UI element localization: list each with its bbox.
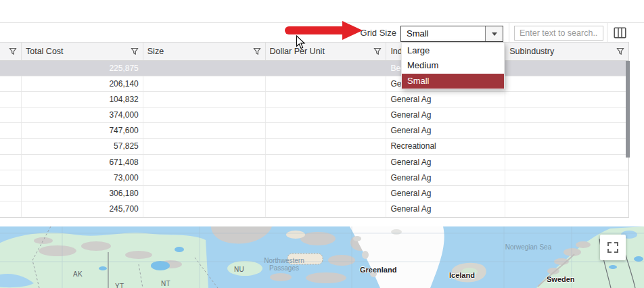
- cell-subindustry: [505, 201, 628, 217]
- cell-subindustry: [505, 92, 628, 107]
- column-header-total-cost[interactable]: Total Cost: [22, 43, 143, 60]
- grid-body: 225,875 Beef 206,140 General Ag: [0, 61, 628, 218]
- vertical-scrollbar[interactable]: [626, 61, 630, 158]
- cell-dollar-per-unit: [266, 201, 387, 217]
- cell-size: [143, 92, 266, 107]
- cell-total-cost: 245,700: [22, 201, 143, 217]
- map-panel[interactable]: AK YT NT NU Northwestern Passages Greenl…: [0, 226, 644, 288]
- cell-total-cost: 225,875: [22, 61, 143, 76]
- map-image: [0, 226, 644, 288]
- table-row[interactable]: 671,408 General Ag: [0, 155, 628, 170]
- cell-dollar-per-unit: [266, 155, 387, 170]
- grid-header-row: Total Cost Size Dollar Per Unit Industry: [0, 42, 628, 61]
- table-row[interactable]: 306,180 General Ag: [0, 186, 628, 201]
- cell-blank: [0, 201, 22, 217]
- fullscreen-icon: [607, 242, 618, 253]
- grid-size-value[interactable]: Small: [401, 26, 485, 41]
- table-row[interactable]: 73,000 General Ag: [0, 170, 628, 186]
- cell-blank: [0, 76, 22, 91]
- cell-subindustry: [505, 107, 628, 122]
- cell-blank: [0, 61, 22, 76]
- cell-industry: General Ag: [386, 123, 505, 138]
- cell-total-cost: 206,140: [22, 76, 143, 91]
- combobox-dropdown-button[interactable]: [485, 26, 503, 41]
- dropdown-option[interactable]: Large: [402, 43, 504, 58]
- cell-size: [143, 139, 266, 153]
- dropdown-option[interactable]: Medium: [402, 58, 504, 73]
- cell-total-cost: 104,832: [22, 92, 143, 107]
- cell-blank: [0, 170, 22, 185]
- column-title: Subindustry: [509, 47, 614, 56]
- table-row[interactable]: 374,000 General Ag: [0, 107, 628, 123]
- column-header-dollar-per-unit[interactable]: Dollar Per Unit: [266, 43, 387, 60]
- column-chooser-button[interactable]: [613, 26, 627, 39]
- cell-dollar-per-unit: [266, 186, 387, 201]
- cell-total-cost: 671,408: [22, 155, 143, 170]
- column-header-blank[interactable]: [0, 43, 22, 60]
- grid-size-label: Grid Size: [361, 28, 396, 38]
- cell-blank: [0, 107, 22, 122]
- cell-blank: [0, 155, 22, 170]
- cell-subindustry: [505, 123, 628, 138]
- cell-size: [143, 170, 266, 185]
- map-fullscreen-button[interactable]: [600, 235, 626, 260]
- cell-dollar-per-unit: [266, 139, 387, 153]
- cell-dollar-per-unit: [266, 76, 387, 91]
- cell-size: [143, 186, 266, 201]
- cell-subindustry: [505, 76, 628, 91]
- filter-icon[interactable]: [373, 47, 382, 55]
- cell-subindustry: [505, 61, 628, 76]
- table-row[interactable]: 245,700 General Ag: [0, 201, 628, 217]
- cell-industry: General Ag: [386, 186, 505, 201]
- cell-size: [143, 76, 266, 91]
- cell-subindustry: [505, 155, 628, 170]
- chevron-down-icon: [492, 32, 497, 36]
- column-title: Total Cost: [26, 47, 128, 56]
- cell-size: [143, 61, 266, 76]
- grid-size-dropdown-list: Large Medium Small: [401, 43, 505, 89]
- cell-subindustry: [505, 170, 628, 185]
- column-title: Size: [147, 47, 250, 56]
- filter-icon[interactable]: [253, 47, 261, 55]
- cell-subindustry: [505, 186, 628, 201]
- cell-size: [143, 155, 266, 170]
- cell-total-cost: 306,180: [22, 186, 143, 201]
- column-chooser-icon: [614, 27, 626, 39]
- cell-subindustry: [505, 139, 628, 153]
- table-row[interactable]: 225,875 Beef: [0, 61, 628, 76]
- filter-icon[interactable]: [616, 47, 624, 55]
- table-row[interactable]: 57,825 Recreational: [0, 139, 628, 154]
- cell-blank: [0, 123, 22, 138]
- cell-dollar-per-unit: [266, 61, 387, 76]
- cell-total-cost: 57,825: [22, 139, 143, 153]
- cell-dollar-per-unit: [266, 92, 387, 107]
- table-row[interactable]: 206,140 General Ag: [0, 76, 628, 92]
- cell-total-cost: 73,000: [22, 170, 143, 185]
- cell-blank: [0, 92, 22, 107]
- filter-icon[interactable]: [131, 47, 139, 55]
- cell-blank: [0, 186, 22, 201]
- table-row[interactable]: 747,600 General Ag: [0, 123, 628, 139]
- dropdown-option[interactable]: Small: [402, 74, 504, 89]
- column-header-subindustry[interactable]: Subindustry: [505, 43, 628, 60]
- cell-dollar-per-unit: [266, 170, 387, 185]
- data-grid: Total Cost Size Dollar Per Unit Industry: [0, 42, 629, 218]
- cell-industry: General Ag: [386, 170, 505, 185]
- cell-total-cost: 747,600: [22, 123, 143, 138]
- filter-icon[interactable]: [9, 47, 17, 55]
- cell-industry: Recreational: [386, 139, 505, 153]
- cell-dollar-per-unit: [266, 123, 387, 138]
- cell-size: [143, 201, 266, 217]
- grid-size-combobox[interactable]: Small: [400, 26, 503, 42]
- cell-industry: General Ag: [386, 201, 505, 217]
- cell-size: [143, 107, 266, 122]
- cell-industry: General Ag: [386, 107, 505, 122]
- cell-industry: General Ag: [386, 92, 505, 107]
- mouse-cursor-icon: [296, 35, 306, 49]
- cell-blank: [0, 139, 22, 153]
- column-title: Dollar Per Unit: [270, 47, 371, 56]
- column-header-size[interactable]: Size: [143, 43, 266, 60]
- search-input[interactable]: [514, 26, 603, 41]
- table-row[interactable]: 104,832 General Ag: [0, 92, 628, 107]
- toolbar-separator: [607, 23, 607, 43]
